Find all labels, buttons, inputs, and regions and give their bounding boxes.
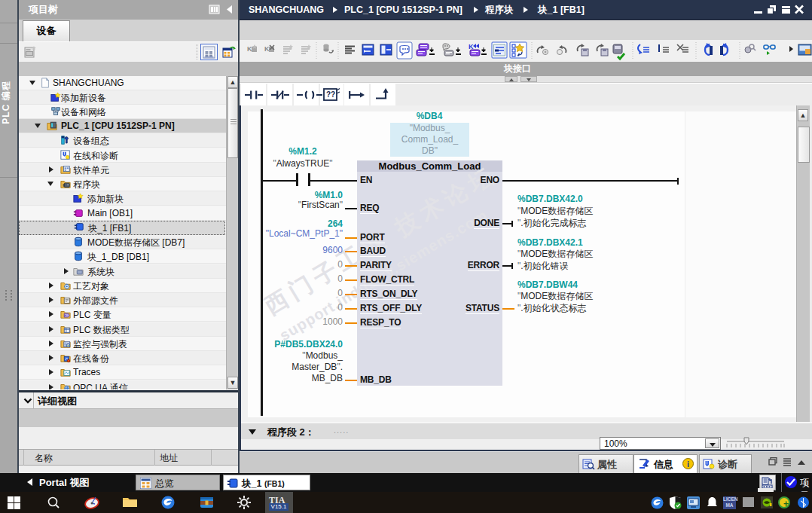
svg-text:K: K: [247, 45, 252, 53]
svg-text:K: K: [264, 45, 270, 53]
svg-text:??: ??: [326, 90, 335, 99]
